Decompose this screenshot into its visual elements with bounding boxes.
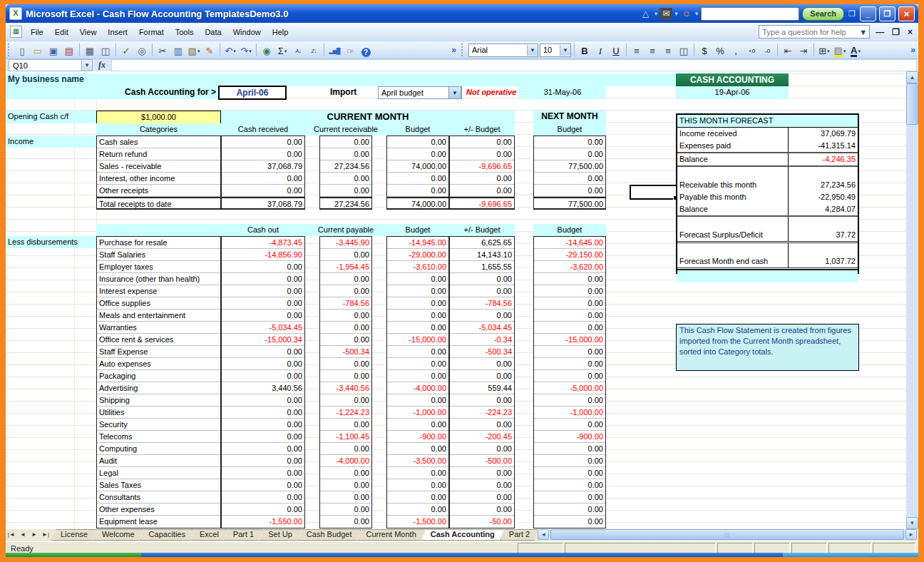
table-cell[interactable]: 0.00	[320, 394, 371, 407]
table-cell[interactable]: 0.00	[534, 516, 605, 528]
save-icon[interactable]: ▣	[46, 44, 61, 57]
sort-descending-icon[interactable]: Z↓	[306, 44, 322, 57]
table-cell[interactable]: 0.00	[387, 322, 448, 334]
sheet-tab-set-up[interactable]: Set Up	[259, 529, 302, 541]
table-cell[interactable]: Legal	[97, 467, 220, 479]
table-cell[interactable]: -3,440.56	[320, 382, 371, 394]
horizontal-scrollbar[interactable]: ◄ ||| ►	[538, 529, 917, 540]
table-cell[interactable]: 0.00	[534, 394, 605, 407]
spreadsheet-grid[interactable]: My business name CASH ACCOUNTING 19-Apr-…	[6, 71, 906, 529]
bold-icon[interactable]: B	[577, 44, 592, 57]
table-cell[interactable]: Cash sales	[97, 136, 220, 148]
table-cell[interactable]: 0.00	[450, 185, 514, 197]
column-header[interactable]: Categories	[96, 123, 221, 136]
sheet-tab-part-2[interactable]: Part 2	[500, 529, 539, 541]
help-question-box[interactable]: Type a question for help ▼	[759, 25, 870, 39]
currency-icon[interactable]: $	[697, 44, 712, 57]
table-cell[interactable]: 0.00	[534, 136, 605, 148]
table-cell[interactable]: 0.00	[222, 467, 304, 479]
table-cell[interactable]: 0.00	[320, 419, 371, 431]
table-cell[interactable]: 0.00	[387, 285, 448, 297]
table-cell[interactable]: 0.00	[320, 322, 371, 334]
windows-grid-icon[interactable]: ❐	[847, 9, 857, 19]
cash-accounting-date-cell[interactable]: 19-Apr-06	[676, 86, 789, 99]
import-label[interactable]: Import	[330, 86, 373, 99]
italic-icon[interactable]: I	[592, 44, 608, 57]
forecast-row[interactable]	[677, 243, 858, 255]
chevron-down-icon[interactable]: ▾	[284, 45, 287, 57]
vertical-scrollbar[interactable]: ▲ ▼	[906, 71, 918, 529]
table-cell[interactable]: 0.00	[450, 491, 514, 504]
forecast-value[interactable]	[788, 243, 858, 255]
scroll-left-icon[interactable]: ◄	[538, 529, 549, 540]
cash-accounting-for-label[interactable]: Cash Accounting for >	[73, 86, 216, 99]
table-cell[interactable]: 37,068.79	[222, 197, 304, 209]
table-cell[interactable]: 0.00	[222, 173, 304, 185]
table-cell[interactable]: -3,445.90	[320, 237, 371, 249]
table-cell[interactable]: 0.00	[534, 285, 605, 297]
table-cell[interactable]: 0.00	[222, 185, 304, 197]
table-cell[interactable]: 0.00	[222, 443, 304, 455]
percent-icon[interactable]: %	[712, 44, 728, 57]
chevron-down-icon[interactable]: ▼	[448, 86, 461, 99]
table-cell[interactable]: 0.00	[534, 185, 605, 197]
table-cell[interactable]: 0.00	[534, 443, 605, 455]
scroll-up-icon[interactable]: ▲	[906, 71, 918, 83]
forecast-value[interactable]: -41,315.14	[788, 140, 858, 152]
paste-icon[interactable]: ▧▾	[186, 44, 202, 57]
column-header[interactable]: Budget	[386, 224, 449, 236]
table-cell[interactable]: Other expenses	[97, 504, 220, 516]
table-cell[interactable]: 0.00	[534, 467, 605, 479]
restore-button[interactable]: ❐	[879, 6, 895, 21]
comma-style-icon[interactable]: ,	[728, 44, 744, 57]
formula-input[interactable]	[111, 59, 917, 71]
forecast-value[interactable]: -22,950.49	[788, 191, 858, 203]
buddy-icon[interactable]: ☺	[680, 8, 693, 19]
table-cell[interactable]: 0.00	[320, 136, 371, 148]
table-cell[interactable]: 0.00	[222, 148, 304, 160]
forecast-value[interactable]: 37,069.79	[788, 128, 858, 140]
minimize-button[interactable]: _	[860, 6, 876, 21]
table-cell[interactable]: 0.00	[222, 346, 304, 358]
table-cell[interactable]: 0.00	[387, 479, 448, 491]
table-cell[interactable]: -29,000.00	[387, 249, 448, 261]
statement-date-cell[interactable]: 31-May-06	[519, 86, 606, 99]
table-cell[interactable]: -5,034.45	[450, 322, 514, 334]
table-cell[interactable]: Consultants	[97, 491, 220, 504]
table-cell[interactable]: 0.00	[222, 491, 304, 504]
table-cell[interactable]: 0.00	[320, 185, 371, 197]
forecast-row[interactable]: Income received37,069.79	[677, 128, 858, 140]
table-cell[interactable]: 0.00	[222, 310, 304, 322]
table-cell[interactable]: 74,000.00	[387, 160, 448, 173]
table-cell[interactable]: 0.00	[320, 285, 371, 297]
drawing-icon[interactable]: □○	[342, 44, 358, 57]
table-cell[interactable]: 0.00	[387, 504, 448, 516]
table-cell[interactable]: 0.00	[450, 273, 514, 285]
table-cell[interactable]: -15,000.00	[534, 334, 605, 346]
table-cell[interactable]: -9,696.65	[450, 197, 514, 209]
table-cell[interactable]: 0.00	[320, 173, 371, 185]
tab-last-icon[interactable]: ►|	[40, 529, 51, 540]
menu-window[interactable]: Window	[227, 25, 267, 39]
table-cell[interactable]: Return refund	[97, 148, 220, 160]
menu-file[interactable]: File	[25, 25, 49, 39]
table-cell[interactable]: -1,100.45	[320, 431, 371, 443]
this-month-forecast-panel[interactable]: THIS MONTH FORECASTIncome received37,069…	[676, 113, 859, 274]
table-cell[interactable]: Meals and entertainment	[97, 310, 220, 322]
align-center-icon[interactable]: ≡	[645, 44, 660, 57]
table-cell[interactable]: 0.00	[222, 394, 304, 407]
table-cell[interactable]: -5,000.00	[534, 382, 605, 394]
table-cell[interactable]: 0.00	[534, 419, 605, 431]
table-cell[interactable]: 0.00	[387, 358, 448, 370]
table-cell[interactable]: 77,500.00	[534, 160, 605, 173]
table-cell[interactable]: 0.00	[222, 431, 304, 443]
table-cell[interactable]: 14,143.10	[450, 249, 514, 261]
forecast-value[interactable]	[788, 217, 858, 229]
table-cell[interactable]: Advertising	[97, 382, 220, 394]
table-cell[interactable]: -3,610.00	[387, 261, 448, 273]
forecast-value[interactable]: 37.72	[788, 229, 858, 241]
table-cell[interactable]: 0.00	[222, 297, 304, 310]
print-icon[interactable]: ▦	[82, 44, 98, 57]
logo-triangle-icon[interactable]: △	[640, 8, 652, 19]
table-cell[interactable]: 0.00	[387, 370, 448, 382]
